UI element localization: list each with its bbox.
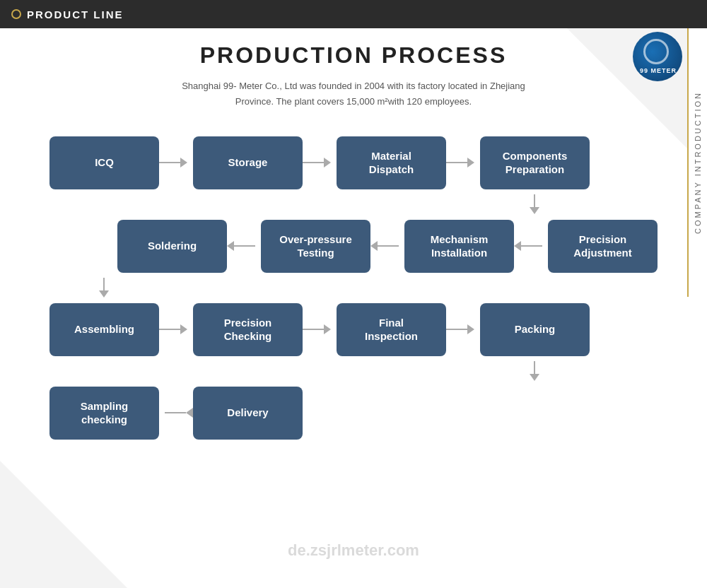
flow-diagram: ICQ Storage MaterialDispatch ComponentsP… xyxy=(35,131,672,445)
flow-box-mechanism-installation: MechanismInstallation xyxy=(404,220,514,273)
flow-box-delivery: Delivery xyxy=(193,387,303,440)
arrow-down-2-3 xyxy=(99,278,109,298)
flow-box-material-dispatch: MaterialDispatch xyxy=(337,136,446,189)
flow-row-2: PrecisionAdjustment MechanismInstallatio… xyxy=(49,214,658,278)
connector-row-1-2 xyxy=(49,194,658,214)
watermark: de.zsjrlmeter.com xyxy=(288,541,419,560)
arrow-precision-final xyxy=(303,324,337,334)
flow-box-overpressure-testing: Over-pressureTesting xyxy=(261,220,370,273)
connector-row-3-4 xyxy=(49,361,658,381)
main-content: PRODUCTION PROCESS Shanghai 99- Meter Co… xyxy=(0,28,707,459)
arrow-storage-dispatch xyxy=(303,158,337,167)
arrow-sampling-delivery xyxy=(159,408,193,418)
page-subtitle: Shanghai 99- Meter Co., Ltd was founded … xyxy=(35,78,672,110)
flow-row-1: ICQ Storage MaterialDispatch ComponentsP… xyxy=(49,131,658,194)
header-title: PRODUCT LINE xyxy=(27,8,124,20)
arrow-mechanism-overpressure xyxy=(370,241,404,251)
arrow-overpressure-soldering xyxy=(227,241,261,251)
arrow-icq-storage xyxy=(159,158,193,167)
arrow-final-packing xyxy=(446,324,480,334)
flow-box-assembling: Assembling xyxy=(49,303,159,356)
page-title: PRODUCTION PROCESS xyxy=(35,42,672,69)
flow-box-final-inspection: FinalInspection xyxy=(337,303,446,356)
flow-box-icq: ICQ xyxy=(49,136,159,189)
arrow-down-3-4 xyxy=(530,361,539,381)
flow-row-3: Assembling PrecisionChecking FinalInspec… xyxy=(49,298,658,361)
flow-box-soldering: Soldering xyxy=(117,220,227,273)
arrow-assembling-precision xyxy=(159,324,193,334)
flow-row-4: Delivery Samplingchecking xyxy=(49,381,658,445)
flow-box-components-preparation: ComponentsPreparation xyxy=(480,136,590,189)
arrow-precision-mechanism xyxy=(514,241,548,251)
triangle-decoration-bottom xyxy=(0,461,127,588)
flow-box-precision-adjustment: PrecisionAdjustment xyxy=(548,220,658,273)
arrow-dispatch-components xyxy=(446,158,480,167)
flow-box-sampling-checking: Samplingchecking xyxy=(49,387,159,440)
flow-box-storage: Storage xyxy=(193,136,303,189)
flow-box-packing: Packing xyxy=(480,303,590,356)
header-circle-icon xyxy=(11,9,21,19)
flow-box-precision-checking: PrecisionChecking xyxy=(193,303,303,356)
header-bar: PRODUCT LINE xyxy=(0,0,707,28)
connector-row-2-3 xyxy=(49,278,658,298)
arrow-down-1-2 xyxy=(530,194,539,214)
